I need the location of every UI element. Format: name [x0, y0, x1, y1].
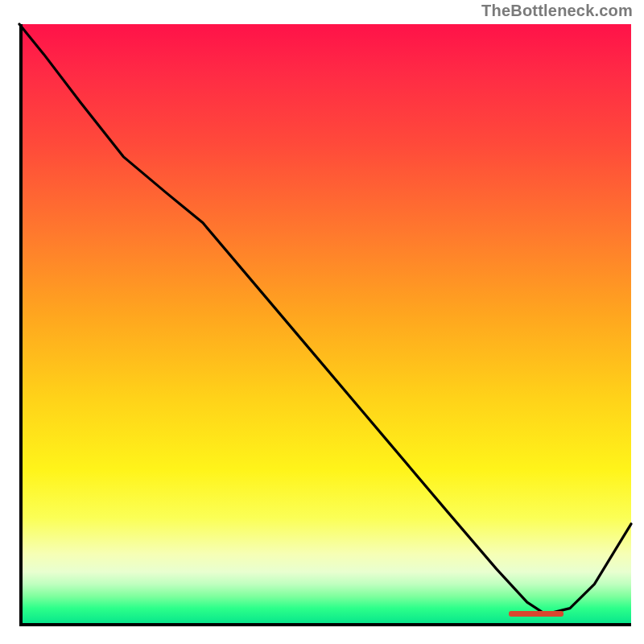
line-series — [19, 24, 631, 626]
highlight-marker — [509, 611, 564, 617]
attribution-text: TheBottleneck.com — [481, 2, 633, 20]
